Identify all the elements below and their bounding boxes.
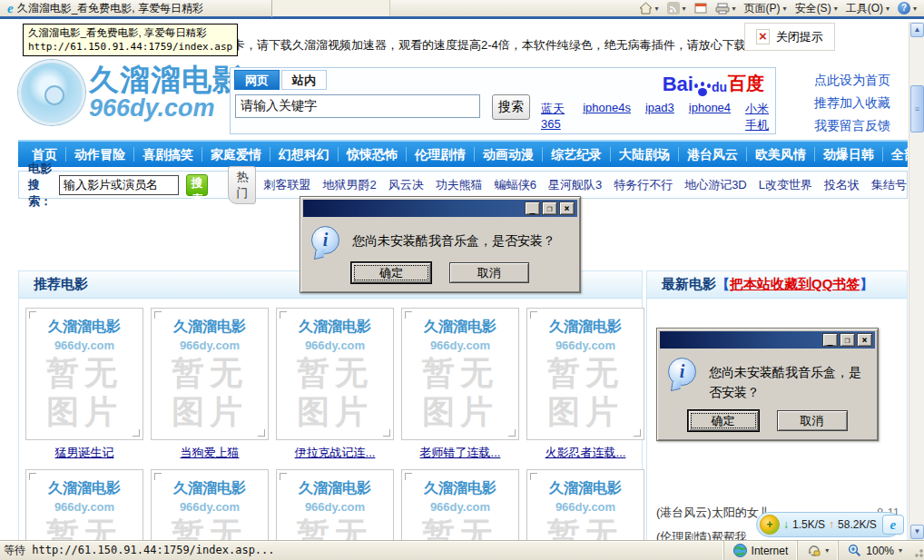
- movie-thumbnail[interactable]: 久溜溜电影 966dy.com 暂无 图片: [401, 308, 519, 440]
- print-button[interactable]: ▾: [715, 3, 736, 15]
- movie-thumbnail[interactable]: 久溜溜电影 966dy.com 暂无 图片: [276, 308, 394, 440]
- tab-web-search[interactable]: 网页: [234, 70, 280, 90]
- speed-monitor-widget[interactable]: + ↓ 1.5K/S ↑ 58.2K/S e: [756, 512, 901, 537]
- nav-item-western[interactable]: 欧美风情: [747, 147, 815, 162]
- hot-movie-link[interactable]: 刺客联盟: [263, 177, 310, 193]
- watermark-noimg1: 暂无: [277, 355, 393, 391]
- movie-title-link[interactable]: 当狗爱上猫: [151, 445, 269, 461]
- close-button[interactable]: ×: [857, 333, 872, 347]
- movie-thumbnail[interactable]: 久溜溜电影 966dy.com 暂无: [25, 469, 143, 540]
- hot-movie-link[interactable]: 地狱男爵2: [322, 177, 376, 193]
- recommend-title: 推荐电影: [34, 276, 88, 293]
- nav-item-variety[interactable]: 综艺纪录: [543, 147, 611, 162]
- safety-menu[interactable]: 安全(S)▾: [795, 1, 838, 16]
- nav-item-horror[interactable]: 惊悚恐怖: [339, 147, 407, 162]
- movie-thumbnail[interactable]: 久溜溜电影 966dy.com 暂无 图片: [526, 308, 644, 440]
- hot-link[interactable]: ipad3: [645, 101, 674, 133]
- movie-title-link[interactable]: 伊拉克战记连...: [276, 445, 394, 461]
- hot-movie-link[interactable]: 蝙蝠侠6: [495, 177, 536, 193]
- search-button[interactable]: 搜索: [492, 94, 530, 120]
- hot-movie-link[interactable]: 功夫熊猫: [436, 177, 483, 193]
- restore-button[interactable]: ❐: [542, 201, 557, 215]
- minimize-button[interactable]: _: [525, 201, 540, 215]
- resize-grip[interactable]: [911, 541, 924, 560]
- site-logo[interactable]: 久溜溜电影 966dy.com: [18, 60, 243, 125]
- movie-thumbnail[interactable]: 久溜溜电影 966dy.com 暂无 图片: [25, 308, 143, 440]
- hot-movie-link[interactable]: 地心游记3D: [684, 177, 747, 193]
- movie-row-2: 久溜溜电影 966dy.com 暂无 久溜溜电影 966dy.com 暂无 久溜…: [25, 469, 644, 540]
- hot-movie-link[interactable]: L改变世界: [759, 177, 812, 193]
- cancel-button[interactable]: 取消: [777, 410, 848, 431]
- movie-title-link[interactable]: 老师错了连载...: [401, 445, 519, 461]
- page-menu[interactable]: 页面(P)▾: [744, 1, 787, 16]
- hot-movie-link[interactable]: 集结号: [871, 177, 907, 193]
- scroll-down-button[interactable]: ▼: [910, 525, 924, 539]
- tab-site-search[interactable]: 站内: [281, 70, 327, 90]
- nav-item-action[interactable]: 动作冒险: [66, 147, 134, 162]
- help-menu[interactable]: ?▾: [898, 2, 917, 15]
- nav-item-mainland[interactable]: 大陆剧场: [611, 147, 679, 162]
- browser-tab[interactable]: e 久溜溜电影_看免费电影, 享爱每日精彩: [0, 0, 272, 17]
- ie-launcher-button[interactable]: e: [882, 515, 904, 535]
- close-button[interactable]: ×: [559, 201, 575, 215]
- read-mail-button[interactable]: [694, 3, 707, 14]
- vertical-scrollbar[interactable]: ▲ ≡ ▼: [909, 22, 924, 540]
- accelerator-icon[interactable]: +: [760, 515, 780, 535]
- scrollbar-thumb[interactable]: ≡: [910, 85, 924, 133]
- movie-thumbnail[interactable]: 久溜溜电影 966dy.com 暂无 图片: [151, 308, 269, 440]
- movie-name[interactable]: (伦理剧情)帮帮我: [656, 529, 747, 541]
- close-icon[interactable]: ×: [756, 29, 770, 44]
- movie-card: 久溜溜电影 966dy.com 暂无: [25, 469, 143, 540]
- cancel-button[interactable]: 取消: [449, 262, 529, 283]
- movie-search-input[interactable]: [59, 175, 179, 195]
- watermark-site: 久溜溜电影: [152, 318, 268, 337]
- hot-movie-link[interactable]: 特务行不行: [614, 177, 673, 193]
- movie-card: 久溜溜电影 966dy.com 暂无 图片 猛男诞生记: [25, 308, 143, 461]
- nav-item-hktw[interactable]: 港台风云: [679, 147, 747, 162]
- movie-search-button[interactable]: 搜索: [186, 174, 208, 196]
- set-homepage-link[interactable]: 点此设为首页: [814, 69, 890, 92]
- feeds-button[interactable]: ▾: [667, 2, 686, 15]
- hot-movie-link[interactable]: 风云决: [388, 177, 424, 193]
- dialog-titlebar[interactable]: _ ❐ ×: [660, 331, 875, 349]
- tools-menu[interactable]: 工具(O)▾: [846, 1, 890, 16]
- movie-thumbnail[interactable]: 久溜溜电影 966dy.com 暂无: [526, 469, 644, 540]
- ok-button[interactable]: 确定: [688, 410, 759, 431]
- watermark-noimg1: 暂无: [26, 355, 143, 391]
- page-menu-label: 页面(P): [744, 1, 781, 16]
- movie-title-link[interactable]: 火影忍者连载...: [526, 445, 644, 461]
- movie-name[interactable]: (港台风云)太阳的女儿: [656, 505, 771, 521]
- kuwo-install-dialog-2: _ ❐ × i 您尚未安装酷我音乐盒，是否安装？ 确定 取消: [656, 328, 879, 441]
- qq-bookmark-link[interactable]: 把本站收藏到QQ书签: [730, 276, 860, 293]
- movie-thumbnail[interactable]: 久溜溜电影 966dy.com 暂无: [151, 469, 269, 540]
- movie-thumbnail[interactable]: 久溜溜电影 966dy.com 暂无: [276, 469, 394, 540]
- home-button[interactable]: ▾: [639, 2, 659, 15]
- close-tip-button[interactable]: × 关闭提示: [744, 23, 835, 51]
- hot-link[interactable]: iphone4s: [583, 101, 631, 133]
- nav-item-anime[interactable]: 动画动漫: [475, 147, 543, 162]
- ok-button[interactable]: 确定: [351, 262, 431, 283]
- movie-title-link[interactable]: 猛男诞生记: [25, 445, 143, 461]
- restore-button[interactable]: ❐: [840, 333, 855, 347]
- nav-item-family[interactable]: 家庭爱情: [202, 147, 270, 162]
- movie-thumbnail[interactable]: 久溜溜电影 966dy.com 暂无: [401, 469, 519, 540]
- add-favorite-link[interactable]: 推荐加入收藏: [814, 92, 890, 114]
- scroll-up-button[interactable]: ▲: [910, 23, 924, 37]
- protected-mode-control[interactable]: ▾: [797, 541, 838, 560]
- nav-item-scifi[interactable]: 幻想科幻: [270, 147, 339, 162]
- nav-item-comedy[interactable]: 喜剧搞笑: [134, 147, 202, 162]
- nav-item-jk[interactable]: 劲爆日韩: [815, 147, 883, 162]
- hot-link[interactable]: iphone4: [689, 101, 731, 133]
- hot-link[interactable]: 蓝天365: [541, 101, 568, 133]
- hot-movie-link[interactable]: 星河舰队3: [548, 177, 602, 193]
- hot-link[interactable]: 小米手机: [745, 101, 775, 133]
- nav-item-drama[interactable]: 伦理剧情: [407, 147, 475, 162]
- minimize-button[interactable]: _: [822, 333, 838, 347]
- new-tab-stub[interactable]: [272, 0, 390, 16]
- feedback-link[interactable]: 我要留言反馈: [814, 114, 890, 137]
- zoom-control[interactable]: 100% ▾: [838, 541, 911, 560]
- keyword-input[interactable]: [235, 94, 480, 118]
- hot-movie-link[interactable]: 投名状: [824, 177, 860, 193]
- baidu-logo[interactable]: Bai du 百度: [663, 72, 764, 96]
- dialog-titlebar[interactable]: _ ❐ ×: [303, 200, 577, 217]
